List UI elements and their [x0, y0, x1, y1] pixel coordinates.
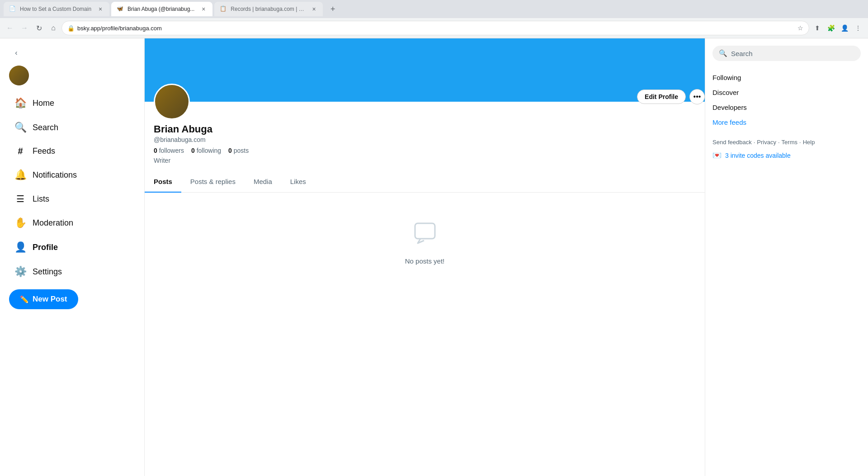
svg-rect-0 — [415, 223, 435, 239]
posts-label: posts — [234, 147, 249, 154]
browser-tab-2[interactable]: 🦋 Brian Abuga (@brianabug... × — [111, 2, 212, 16]
avatar-image — [9, 66, 29, 85]
search-box[interactable]: 🔍 Search — [712, 46, 861, 61]
home-icon: 🏠 — [14, 97, 26, 109]
tab-title-3: Records | brianabuga.com | B... — [231, 6, 305, 12]
profile-header: Edit Profile ••• Brian Abuga @brianabuga… — [145, 84, 705, 171]
sidebar: ‹ 🏠 Home 🔍 Search # Feeds 🔔 Notification… — [0, 38, 145, 476]
compose-icon: ✏️ — [20, 295, 29, 304]
sidebar-label-profile: Profile — [33, 243, 58, 252]
invite-count: 3 — [725, 152, 729, 159]
address-bar[interactable]: 🔒 bsky.app/profile/brianabuga.com ☆ — [61, 21, 809, 35]
edit-profile-button[interactable]: Edit Profile — [637, 90, 686, 104]
profile-avatar — [154, 84, 190, 120]
tab-favicon-3: 📋 — [220, 5, 227, 13]
lists-icon: ☰ — [14, 193, 26, 204]
footer-help[interactable]: Help — [803, 139, 815, 146]
share-icon[interactable]: ⬆ — [811, 22, 824, 34]
footer-terms[interactable]: Terms — [782, 139, 797, 146]
nav-extras: ⬆ 🧩 👤 ⋮ — [811, 22, 864, 34]
tab-favicon-2: 🦋 — [117, 5, 124, 13]
sidebar-label-moderation: Moderation — [33, 218, 73, 228]
reload-button[interactable]: ↻ — [33, 22, 45, 34]
footer-sep-2: · — [778, 139, 780, 146]
tab-posts-replies-label: Posts & replies — [190, 178, 236, 185]
sidebar-label-lists: Lists — [33, 194, 49, 204]
following-stat: 0 following — [191, 147, 221, 154]
collapse-sidebar-button[interactable]: ‹ — [9, 46, 24, 60]
feeds-icon: # — [14, 146, 26, 156]
sidebar-item-lists[interactable]: ☰ Lists — [9, 189, 135, 209]
new-tab-button[interactable]: + — [326, 3, 339, 15]
sidebar-item-home[interactable]: 🏠 Home — [9, 93, 135, 113]
forward-button[interactable]: → — [18, 22, 31, 34]
url-text: bsky.app/profile/brianabuga.com — [77, 25, 795, 32]
nav-bar: ← → ↻ ⌂ 🔒 bsky.app/profile/brianabuga.co… — [0, 18, 868, 38]
browser-chrome: 📄 How to Set a Custom Domain × 🦋 Brian A… — [0, 0, 868, 38]
browser-tab-1[interactable]: 📄 How to Set a Custom Domain × — [4, 2, 109, 16]
profile-tabs: Posts Posts & replies Media Likes — [145, 171, 705, 193]
sidebar-item-notifications[interactable]: 🔔 Notifications — [9, 165, 135, 185]
tab-posts-label: Posts — [154, 178, 172, 185]
invite-icon: 💌 — [712, 151, 722, 160]
invite-label-text: invite codes available — [731, 152, 791, 159]
sidebar-item-search[interactable]: 🔍 Search — [9, 117, 135, 138]
feed-item-discover[interactable]: Discover — [712, 85, 861, 100]
profile-nav-icon: 👤 — [14, 241, 26, 253]
sidebar-label-feeds: Feeds — [33, 146, 55, 156]
sidebar-item-feeds[interactable]: # Feeds — [9, 141, 135, 161]
more-options-button[interactable]: ••• — [689, 89, 705, 104]
tab-close-1[interactable]: × — [97, 5, 104, 13]
sidebar-label-search: Search — [33, 123, 58, 132]
followers-stat: 0 followers — [154, 147, 184, 154]
tab-close-3[interactable]: × — [311, 5, 318, 13]
more-feeds-link[interactable]: More feeds — [712, 115, 861, 130]
bell-icon: 🔔 — [14, 169, 26, 181]
app-body: ‹ 🏠 Home 🔍 Search # Feeds 🔔 Notification… — [0, 38, 868, 476]
new-post-button[interactable]: ✏️ New Post — [9, 289, 78, 309]
tab-media[interactable]: Media — [245, 171, 281, 193]
moderation-icon: ✋ — [14, 217, 26, 229]
profile-bio: Writer — [154, 157, 696, 164]
profile-avatar-image — [155, 85, 189, 118]
feed-item-developers[interactable]: Developers — [712, 100, 861, 115]
followers-count: 0 — [154, 147, 157, 154]
profile-area: Edit Profile ••• Brian Abuga @brianabuga… — [145, 38, 705, 476]
footer-send-feedback[interactable]: Send feedback — [712, 139, 752, 146]
profile-actions: Edit Profile ••• — [637, 89, 705, 104]
extensions-icon[interactable]: 🧩 — [825, 22, 837, 34]
sidebar-item-profile[interactable]: 👤 Profile — [9, 237, 135, 258]
sidebar-label-home: Home — [33, 99, 54, 108]
bookmark-icon[interactable]: ☆ — [797, 24, 803, 32]
browser-tab-3[interactable]: 📋 Records | brianabuga.com | B... × — [214, 2, 323, 16]
home-browser-button[interactable]: ⌂ — [47, 22, 60, 34]
empty-text: No posts yet! — [405, 257, 445, 265]
tab-posts-replies[interactable]: Posts & replies — [181, 171, 245, 193]
feeds-section: Following Discover Developers More feeds — [712, 70, 861, 130]
feed-item-following[interactable]: Following — [712, 70, 861, 85]
tab-posts[interactable]: Posts — [145, 171, 181, 193]
sidebar-item-settings[interactable]: ⚙️ Settings — [9, 261, 135, 282]
tab-close-2[interactable]: × — [200, 5, 207, 13]
main-content: Edit Profile ••• Brian Abuga @brianabuga… — [145, 38, 868, 476]
profile-name: Brian Abuga — [154, 123, 696, 135]
tab-title-2: Brian Abuga (@brianabug... — [127, 6, 194, 12]
followers-label: followers — [159, 147, 184, 154]
posts-count: 0 — [228, 147, 232, 154]
tab-likes-label: Likes — [290, 178, 306, 185]
sidebar-label-settings: Settings — [33, 267, 62, 277]
profile-avatar-wrap — [154, 84, 696, 120]
right-sidebar: 🔍 Search Following Discover Developers M… — [705, 38, 868, 476]
tab-likes[interactable]: Likes — [281, 171, 315, 193]
sidebar-avatar[interactable] — [9, 66, 29, 85]
footer-privacy[interactable]: Privacy — [757, 139, 776, 146]
profile-handle: @brianabuga.com — [154, 136, 696, 143]
back-button[interactable]: ← — [4, 22, 16, 34]
sidebar-label-notifications: Notifications — [33, 170, 77, 180]
invite-codes-section[interactable]: 💌 3 invite codes available — [712, 151, 861, 160]
menu-icon[interactable]: ⋮ — [852, 22, 864, 34]
profile-icon-browser[interactable]: 👤 — [838, 22, 851, 34]
footer-sep-1: · — [754, 139, 755, 146]
sidebar-item-moderation[interactable]: ✋ Moderation — [9, 212, 135, 233]
search-box-icon: 🔍 — [719, 49, 727, 57]
